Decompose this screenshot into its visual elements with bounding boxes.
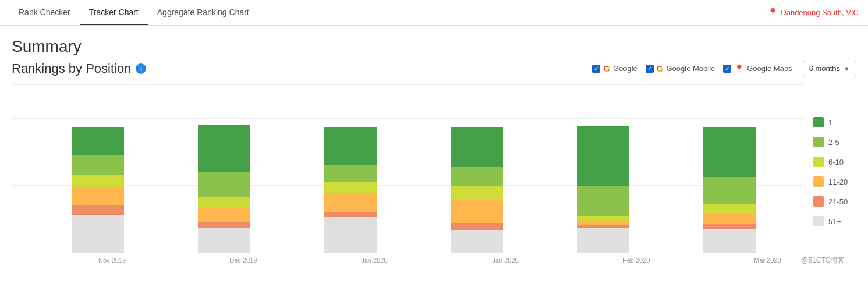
location-badge: 📍 Dandenong South, VIC bbox=[767, 8, 859, 18]
legend-item-1: 1 bbox=[813, 117, 856, 127]
stacked-bar-4[interactable] bbox=[577, 126, 629, 253]
legend-swatch bbox=[813, 117, 824, 127]
x-label-3: Jan 2020 bbox=[473, 257, 537, 264]
chart-legend: 12-56-1011-2021-5051+ bbox=[804, 84, 856, 253]
legend-label: 11-20 bbox=[828, 178, 848, 186]
legend-label: 6-10 bbox=[828, 158, 844, 166]
tab-aggregate-ranking-chart[interactable]: Aggregate Ranking Chart bbox=[148, 1, 258, 25]
bar-segment-pos11_20 bbox=[577, 221, 629, 225]
stacked-bar-2[interactable] bbox=[324, 127, 377, 253]
tab-rank-checker[interactable]: Rank Checker bbox=[9, 1, 80, 25]
google-g-icon: G bbox=[603, 63, 610, 73]
filter-google[interactable]: ✓ G Google bbox=[592, 63, 637, 73]
bar-segment-pos6_10 bbox=[324, 182, 377, 193]
months-dropdown[interactable]: 6 months ▼ bbox=[803, 61, 856, 76]
x-label-4: Feb 2020 bbox=[604, 257, 668, 264]
bar-segment-pos11_20 bbox=[198, 207, 250, 222]
x-axis: Nov 2019Dec 2019Jan 2020Jan 2020Feb 2020… bbox=[12, 253, 856, 264]
google-mobile-g-icon: G bbox=[657, 63, 664, 73]
legend-swatch bbox=[813, 196, 824, 207]
legend-swatch bbox=[813, 157, 824, 167]
bar-segment-pos2_5 bbox=[324, 165, 377, 182]
stacked-bar-1[interactable] bbox=[198, 125, 250, 253]
bar-segment-pos6_10 bbox=[577, 216, 629, 221]
section-title-group: Rankings by Position i bbox=[12, 61, 146, 76]
google-checkbox[interactable]: ✓ bbox=[592, 65, 600, 73]
bar-segment-pos2_5 bbox=[198, 172, 250, 197]
bar-group-2 bbox=[318, 127, 382, 253]
bar-group-0 bbox=[66, 127, 130, 253]
google-maps-checkbox[interactable]: ✓ bbox=[723, 65, 731, 73]
stacked-bar-5[interactable] bbox=[703, 126, 756, 253]
pin-icon: 📍 bbox=[767, 8, 778, 18]
bar-segment-pos51plus bbox=[72, 215, 124, 253]
legend-label: 51+ bbox=[828, 217, 841, 226]
x-label-5: Mar 2020 bbox=[735, 257, 799, 264]
main-content: Summary Rankings by Position i ✓ G Googl… bbox=[0, 26, 868, 271]
info-icon[interactable]: i bbox=[136, 63, 146, 74]
bar-segment-pos11_20 bbox=[703, 214, 756, 224]
bar-segment-pos11_20 bbox=[324, 193, 377, 212]
bar-segment-pos1 bbox=[72, 127, 124, 154]
tab-tracker-chart[interactable]: Tracker Chart bbox=[80, 1, 148, 25]
location-text: Dandenong South, VIC bbox=[781, 8, 859, 17]
bar-segment-pos2_5 bbox=[451, 167, 503, 186]
legend-item-2-5: 2-5 bbox=[813, 137, 856, 147]
bar-segment-pos6_10 bbox=[703, 204, 756, 214]
bar-segment-pos51plus bbox=[324, 217, 377, 253]
bar-group-3 bbox=[445, 127, 509, 253]
bar-group-5 bbox=[697, 126, 761, 253]
x-label-1: Dec 2019 bbox=[211, 257, 275, 264]
legend-item-21-50: 21-50 bbox=[813, 196, 856, 207]
bar-segment-pos21_50 bbox=[72, 205, 124, 215]
controls-right: ✓ G Google ✓ G Google Mobile ✓ 📍 Google … bbox=[592, 61, 856, 76]
chart-plot bbox=[12, 84, 804, 253]
stacked-bar-0[interactable] bbox=[72, 127, 124, 253]
bar-segment-pos2_5 bbox=[577, 186, 629, 216]
google-label: Google bbox=[613, 64, 637, 73]
bar-segment-pos2_5 bbox=[72, 155, 124, 175]
legend-item-11-20: 11-20 bbox=[813, 176, 856, 187]
section-header: Rankings by Position i ✓ G Google ✓ G Go… bbox=[12, 61, 856, 76]
google-mobile-label: Google Mobile bbox=[666, 64, 715, 73]
google-mobile-checkbox[interactable]: ✓ bbox=[646, 65, 654, 73]
legend-label: 2-5 bbox=[828, 138, 839, 147]
section-title-text: Rankings by Position bbox=[12, 61, 131, 76]
bar-segment-pos21_50 bbox=[451, 223, 503, 230]
bar-segment-pos51plus bbox=[577, 228, 629, 253]
bar-segment-pos6_10 bbox=[72, 175, 124, 187]
bar-segment-pos21_50 bbox=[703, 224, 756, 229]
legend-item-51plus: 51+ bbox=[813, 216, 856, 226]
dropdown-arrow-icon: ▼ bbox=[844, 65, 850, 72]
months-label: 6 months bbox=[809, 64, 840, 73]
bar-segment-pos6_10 bbox=[198, 197, 250, 207]
bar-group-1 bbox=[192, 125, 256, 253]
legend-label: 1 bbox=[828, 118, 832, 127]
legend-label: 21-50 bbox=[828, 197, 848, 206]
bar-segment-pos51plus bbox=[451, 230, 503, 253]
legend-swatch bbox=[813, 176, 824, 187]
stacked-bar-3[interactable] bbox=[451, 127, 503, 253]
summary-title: Summary bbox=[12, 37, 856, 56]
bar-segment-pos1 bbox=[198, 125, 250, 172]
bar-segment-pos1 bbox=[703, 127, 756, 177]
filter-google-mobile[interactable]: ✓ G Google Mobile bbox=[646, 63, 715, 73]
tab-bar: Rank Checker Tracker Chart Aggregate Ran… bbox=[0, 0, 868, 26]
bar-segment-pos2_5 bbox=[703, 177, 756, 204]
chart-container: 12-56-1011-2021-5051+ Nov 2019Dec 2019Ja… bbox=[12, 84, 856, 253]
google-maps-label: Google Maps bbox=[747, 64, 792, 73]
x-label-2: Jan 2020 bbox=[342, 257, 406, 264]
bar-group-4 bbox=[571, 126, 635, 253]
bar-segment-pos6_10 bbox=[451, 186, 503, 200]
bar-segment-pos1 bbox=[451, 127, 503, 167]
bar-segment-pos11_20 bbox=[72, 187, 124, 205]
filter-google-maps[interactable]: ✓ 📍 Google Maps bbox=[723, 64, 792, 73]
bars-area bbox=[35, 84, 792, 253]
bar-segment-pos1 bbox=[577, 126, 629, 186]
legend-item-6-10: 6-10 bbox=[813, 157, 856, 167]
bar-segment-pos21_50 bbox=[324, 212, 377, 217]
bar-segment-pos51plus bbox=[198, 228, 250, 253]
x-label-0: Nov 2019 bbox=[80, 257, 144, 264]
chart-inner: 12-56-1011-2021-5051+ bbox=[12, 84, 856, 253]
maps-pin-icon: 📍 bbox=[734, 64, 744, 73]
